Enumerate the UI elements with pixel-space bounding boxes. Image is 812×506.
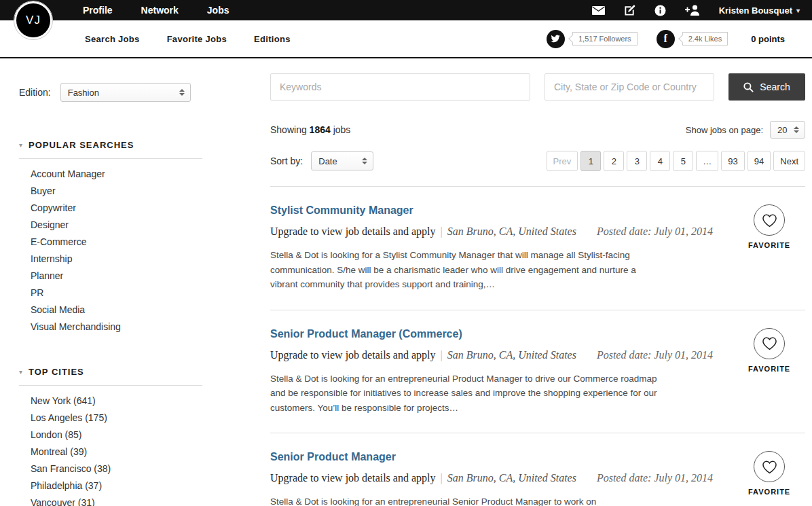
pagination-prev[interactable]: Prev [547, 151, 578, 171]
job-card: Senior Product Manager (Commerce) Upgrad… [270, 310, 805, 433]
location-input[interactable] [545, 73, 714, 101]
pagination-next[interactable]: Next [773, 151, 805, 171]
favorite-button[interactable]: FAVORITE [748, 451, 790, 496]
pagination-page-3[interactable]: 3 [627, 151, 647, 171]
popular-search-item[interactable]: PR [31, 285, 248, 302]
popular-searches-section: ▾ POPULAR SEARCHES Account Manager Buyer… [19, 140, 248, 336]
popular-search-item[interactable]: Planner [31, 268, 248, 285]
job-posted-date: Posted date: July 01, 2014 [597, 472, 713, 484]
heart-icon [754, 204, 785, 236]
favorite-label: FAVORITE [748, 241, 790, 249]
twitter-icon[interactable] [547, 30, 565, 48]
edition-row: Edition: Fashion [19, 83, 248, 102]
keywords-input[interactable] [270, 73, 530, 101]
sort-label: Sort by: [270, 156, 303, 166]
separator: | [441, 225, 443, 237]
job-description: Stella & Dot is looking for an entrepren… [270, 494, 657, 506]
pagination-page-2[interactable]: 2 [604, 151, 624, 171]
add-user-icon[interactable] [685, 5, 700, 16]
pagination-page-4[interactable]: 4 [650, 151, 670, 171]
job-location: San Bruno, CA, United States [447, 349, 576, 361]
facebook-icon[interactable]: f [657, 30, 675, 48]
user-menu[interactable]: Kristen Bousquet ▾ [719, 5, 800, 16]
pagination-page-5[interactable]: 5 [673, 151, 693, 171]
pagination-page-94[interactable]: 94 [748, 151, 771, 171]
popular-searches-header[interactable]: ▾ POPULAR SEARCHES [19, 140, 248, 150]
job-title-link[interactable]: Senior Product Manager (Commerce) [270, 327, 805, 341]
top-city-item[interactable]: Montreal (39) [31, 444, 248, 460]
per-page-label: Show jobs on page: [686, 125, 763, 135]
favorite-label: FAVORITE [748, 365, 790, 373]
nav-network[interactable]: Network [141, 5, 179, 16]
popular-searches-list: Account Manager Buyer Copywriter Designe… [31, 166, 248, 336]
top-city-item[interactable]: London (85) [31, 427, 248, 444]
top-city-item[interactable]: Philadelphia (37) [31, 477, 248, 494]
results-count: Showing 1864 jobs [270, 124, 350, 135]
top-cities-title: TOP CITIES [29, 367, 84, 377]
favorite-button[interactable]: FAVORITE [748, 328, 790, 373]
search-button[interactable]: Search [728, 73, 805, 101]
tab-search-jobs[interactable]: Search Jobs [85, 34, 140, 44]
points-counter: 0 points [751, 34, 785, 44]
nav-profile[interactable]: Profile [83, 5, 113, 16]
primary-nav: Profile Network Jobs [83, 5, 229, 16]
site-logo[interactable]: VJ [14, 1, 52, 39]
popular-searches-title: POPULAR SEARCHES [29, 140, 134, 150]
content: Edition: Fashion ▾ POPULAR SEARCHES Acco… [0, 58, 812, 506]
popular-search-item[interactable]: Visual Merchandising [31, 319, 248, 336]
job-meta: Upgrade to view job details and apply|Sa… [270, 348, 805, 363]
select-arrows-icon [356, 158, 367, 164]
separator: | [441, 349, 443, 361]
main-panel: Search Showing 1864 jobs Show jobs on pa… [270, 58, 812, 506]
sort-select[interactable]: Date [311, 151, 373, 170]
pagination-page-93[interactable]: 93 [721, 151, 744, 171]
tab-editions[interactable]: Editions [254, 34, 291, 44]
twitter-followers-badge: 1,517 Followers [572, 32, 638, 46]
job-location: San Bruno, CA, United States [447, 472, 576, 484]
sidebar: Edition: Fashion ▾ POPULAR SEARCHES Acco… [0, 58, 270, 506]
info-icon[interactable] [654, 5, 666, 16]
tab-favorite-jobs[interactable]: Favorite Jobs [167, 34, 227, 44]
job-title-link[interactable]: Senior Product Manager [270, 450, 805, 464]
user-name: Kristen Bousquet [719, 5, 792, 16]
social-counters: 1,517 Followers f 2.4k Likes 0 points [547, 30, 812, 48]
job-upgrade-link[interactable]: Upgrade to view job details and apply [270, 225, 436, 237]
top-city-item[interactable]: San Francisco (38) [31, 460, 248, 477]
popular-search-item[interactable]: Account Manager [31, 166, 248, 183]
search-button-label: Search [760, 82, 790, 92]
popular-search-item[interactable]: E-Commerce [31, 234, 248, 251]
job-title-link[interactable]: Stylist Community Manager [270, 204, 805, 217]
pagination-page-1[interactable]: 1 [580, 151, 601, 171]
compose-icon[interactable] [624, 5, 635, 16]
top-city-item[interactable]: New York (641) [31, 393, 248, 410]
topbar-actions: Kristen Bousquet ▾ [592, 5, 812, 16]
job-meta: Upgrade to view job details and apply|Sa… [270, 471, 805, 486]
job-upgrade-link[interactable]: Upgrade to view job details and apply [270, 349, 436, 361]
job-card: Senior Product Manager Upgrade to view j… [270, 433, 805, 506]
per-page-select[interactable]: 20 [770, 121, 805, 139]
facebook-likes-badge: 2.4k Likes [682, 32, 728, 46]
popular-search-item[interactable]: Copywriter [31, 200, 248, 217]
job-description: Stella & Dot is looking for a Stylist Co… [270, 248, 657, 292]
top-city-item[interactable]: Los Angeles (175) [31, 410, 248, 427]
top-cities-header[interactable]: ▾ TOP CITIES [19, 367, 248, 377]
job-description: Stella & Dot is looking for an entrepren… [270, 372, 657, 416]
sort-control: Sort by: Date [270, 151, 373, 170]
popular-search-item[interactable]: Social Media [31, 302, 248, 319]
popular-search-item[interactable]: Designer [31, 217, 248, 234]
job-upgrade-link[interactable]: Upgrade to view job details and apply [270, 472, 436, 484]
nav-jobs[interactable]: Jobs [207, 5, 229, 16]
top-city-item[interactable]: Vancouver (31) [31, 494, 248, 506]
favorite-button[interactable]: FAVORITE [748, 204, 790, 249]
popular-search-item[interactable]: Buyer [31, 183, 248, 200]
select-arrows-icon [174, 89, 185, 96]
heart-icon [754, 451, 785, 482]
heart-icon [754, 328, 785, 359]
top-navbar: VJ Profile Network Jobs Kristen Bousquet… [0, 0, 812, 20]
popular-search-item[interactable]: Internship [31, 251, 248, 268]
pagination: Prev 1 2 3 4 5 … 93 94 Next [547, 151, 805, 171]
edition-select[interactable]: Fashion [60, 83, 191, 102]
section-caret-icon: ▾ [19, 141, 22, 149]
messages-icon[interactable] [592, 6, 605, 15]
job-posted-date: Posted date: July 01, 2014 [597, 225, 713, 237]
